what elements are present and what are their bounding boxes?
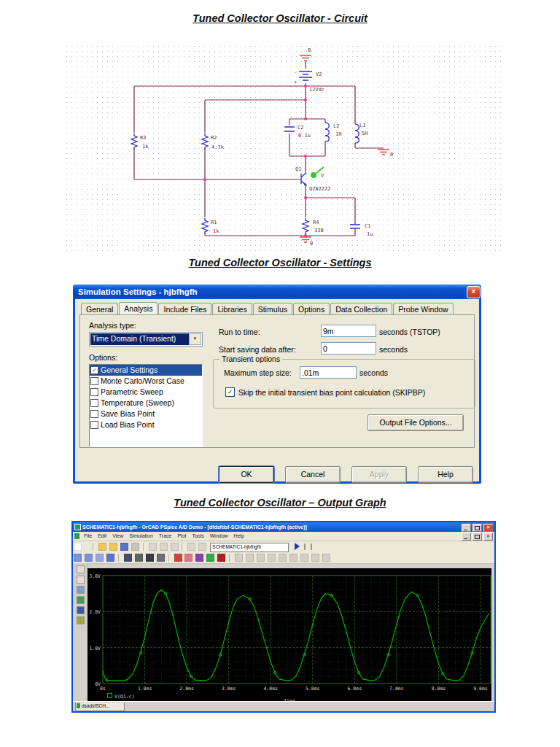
run-simulation-icon[interactable]: [295, 543, 300, 550]
cursor-search-icon[interactable]: [300, 554, 308, 562]
plot-window-tab[interactable]: dsadsfSCH...: [75, 703, 125, 711]
cancel-button[interactable]: Cancel: [285, 466, 341, 483]
menu-window[interactable]: Window: [210, 532, 228, 541]
analysis-type-dropdown[interactable]: Time Domain (Transient) ▼: [89, 332, 203, 347]
new-file-dropdown-icon[interactable]: [85, 543, 89, 551]
add-trace-icon[interactable]: [174, 554, 182, 562]
zoom-in-icon[interactable]: [74, 554, 82, 562]
pspice-titlebar[interactable]: SCHEMATIC1-hjbfhgfh - OrCAD PSpice A/D D…: [73, 522, 494, 532]
r3-ref: R3: [140, 135, 146, 141]
cursor-slope-icon[interactable]: [257, 554, 265, 562]
start-saving-input[interactable]: [321, 342, 376, 355]
watch-window-icon[interactable]: [77, 596, 85, 604]
output-file-options-button[interactable]: Output File Options...: [368, 414, 464, 431]
ok-button[interactable]: OK: [219, 466, 274, 483]
checkbox-icon[interactable]: [90, 388, 98, 396]
performance-icon[interactable]: [157, 554, 165, 562]
option-load-bias-point[interactable]: Load Bias Point: [90, 419, 202, 430]
cut-icon[interactable]: [149, 543, 157, 551]
menu-view[interactable]: View: [112, 532, 123, 541]
checkbox-checked-icon[interactable]: ✓: [90, 366, 98, 374]
help-button[interactable]: Help: [418, 466, 473, 483]
sim-queue-icon[interactable]: [77, 565, 85, 573]
copy-icon[interactable]: [160, 543, 168, 551]
cursor-max-icon[interactable]: [279, 554, 287, 562]
plot-tab-icon: [77, 703, 80, 708]
tab-options[interactable]: Options: [293, 303, 330, 314]
restore-icon[interactable]: [472, 524, 482, 532]
output-section-title: Tuned Collector Oscillator – Output Grap…: [0, 497, 560, 508]
plot-tab-label: dsadsfSCH...: [82, 703, 109, 708]
devices-window-icon[interactable]: [77, 606, 85, 614]
checkbox-icon[interactable]: [90, 377, 98, 385]
option-general-settings[interactable]: ✓ General Settings: [90, 365, 202, 376]
minimize-icon[interactable]: [462, 524, 471, 532]
menu-help[interactable]: Help: [234, 532, 244, 541]
redo-icon[interactable]: [198, 543, 206, 551]
mdi-close-icon[interactable]: ×: [483, 533, 493, 541]
tab-include-files[interactable]: Include Files: [158, 303, 211, 314]
zoom-area-icon[interactable]: [96, 554, 104, 562]
checkbox-icon[interactable]: [90, 421, 98, 429]
save-icon[interactable]: [120, 543, 128, 551]
cursor-trough-icon[interactable]: [246, 554, 254, 562]
v2-value: 12Vdc: [309, 87, 324, 93]
mark-data-points-icon[interactable]: [217, 554, 225, 562]
label-point-icon[interactable]: [322, 554, 330, 562]
probe-window-icon[interactable]: [77, 616, 85, 624]
apply-button[interactable]: Apply: [351, 466, 407, 483]
pause-simulation-icon[interactable]: [304, 543, 312, 550]
print-icon[interactable]: [131, 543, 139, 551]
text-label-icon[interactable]: [195, 554, 203, 562]
option-monte-carlo[interactable]: Monte Carlo/Worst Case: [90, 376, 202, 387]
tab-probe-window[interactable]: Probe Window: [393, 303, 453, 314]
voltage-probe-icon[interactable]: V: [311, 167, 324, 179]
checkbox-icon[interactable]: [90, 399, 98, 407]
cursor-next-icon[interactable]: [311, 554, 319, 562]
menu-file[interactable]: File: [84, 532, 92, 541]
log-x-axis-icon[interactable]: [124, 554, 132, 562]
open-file-icon[interactable]: [98, 543, 106, 551]
sim-status-icon[interactable]: [77, 576, 85, 584]
menu-plot[interactable]: Plot: [177, 532, 186, 541]
cursor-peak-icon[interactable]: [235, 554, 243, 562]
undo-icon[interactable]: [187, 543, 195, 551]
chevron-down-icon[interactable]: ▼: [189, 333, 201, 345]
eval-goal-icon[interactable]: [184, 554, 192, 562]
log-y-axis-icon[interactable]: [135, 554, 143, 562]
cursor-toggle-icon[interactable]: [206, 554, 214, 562]
menu-simulation[interactable]: Simulation: [129, 532, 153, 541]
x-tick-label: 2.0ms: [174, 686, 199, 692]
c2-ref: C2: [298, 125, 303, 131]
skipbp-checkbox[interactable]: ✓: [225, 387, 235, 397]
output-window-icon[interactable]: [77, 586, 85, 594]
option-save-bias-point[interactable]: Save Bias Point: [90, 409, 202, 419]
option-temperature-sweep[interactable]: Temperature (Sweep): [90, 398, 202, 409]
cursor-point-icon[interactable]: [289, 554, 298, 562]
zoom-out-icon[interactable]: [85, 554, 93, 562]
tab-general[interactable]: General: [81, 303, 118, 314]
menu-edit[interactable]: Edit: [98, 532, 106, 541]
option-parametric-sweep[interactable]: Parametric Sweep: [90, 387, 202, 398]
new-file-icon[interactable]: [74, 543, 82, 551]
tab-analysis[interactable]: Analysis: [119, 302, 158, 315]
open-project-icon[interactable]: [109, 543, 117, 551]
checkbox-icon[interactable]: [90, 410, 98, 418]
close-icon[interactable]: ×: [467, 286, 481, 298]
menu-tools[interactable]: Tools: [192, 532, 203, 541]
tab-stimulus[interactable]: Stimulus: [253, 303, 292, 314]
tab-data-collection[interactable]: Data Collection: [330, 303, 392, 314]
run-to-time-input[interactable]: [321, 325, 376, 337]
mdi-restore-icon[interactable]: [472, 533, 482, 541]
zoom-fit-icon[interactable]: [106, 554, 114, 562]
menu-trace[interactable]: Trace: [159, 532, 172, 541]
tab-libraries[interactable]: Libraries: [212, 303, 252, 314]
max-step-input[interactable]: [300, 366, 357, 379]
close-icon[interactable]: ×: [483, 524, 493, 532]
cursor-min-icon[interactable]: [268, 554, 276, 562]
fourier-icon[interactable]: [146, 554, 154, 562]
paste-icon[interactable]: [171, 543, 179, 551]
simulation-profile-combo[interactable]: SCHEMATIC1-hjbfhgfh: [210, 543, 289, 552]
mdi-minimize-icon[interactable]: [462, 533, 471, 541]
dialog-titlebar[interactable]: Simulation Settings - hjbfhgfh ×: [73, 285, 481, 299]
